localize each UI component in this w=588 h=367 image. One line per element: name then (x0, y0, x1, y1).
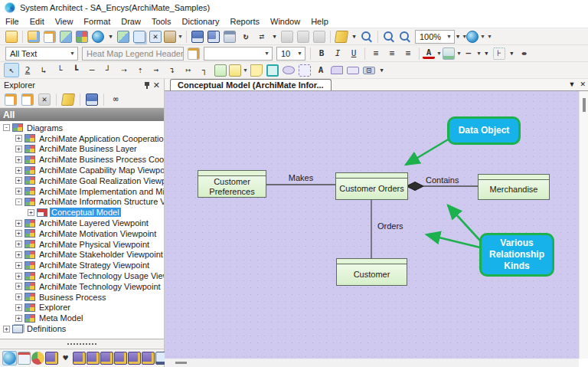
chart-view-button[interactable] (31, 352, 44, 365)
expand-toggle-icon[interactable]: + (15, 293, 22, 300)
update-links-button[interactable] (60, 92, 76, 106)
zoom-in-button[interactable] (381, 29, 397, 44)
bold-button[interactable]: B (314, 46, 329, 61)
callout-various-relationship-kinds[interactable]: Various Relationship Kinds (479, 233, 554, 277)
arrow-line-tool[interactable]: → (149, 63, 164, 77)
align-right-button[interactable]: ≡ (400, 46, 416, 61)
tree-item[interactable]: - Diagrams (0, 123, 164, 133)
share-view-button[interactable]: ♥ (59, 352, 72, 365)
select-tool[interactable]: ↖ (4, 63, 19, 77)
dashed-arrow-tool-1[interactable]: ⇢ (116, 63, 132, 77)
horizontal-scrollbar[interactable] (165, 359, 579, 367)
data-object-arrow[interactable] (406, 139, 449, 165)
note-tool[interactable] (249, 63, 264, 77)
edit-definition-button[interactable] (42, 29, 57, 44)
diagram-canvas[interactable]: Customer Preferences Customer Orders Mer… (165, 91, 579, 359)
tree-item[interactable]: + ArchiMate Layered Viewpoint (0, 218, 164, 228)
tree-item[interactable]: + ArchiMate Capability Map Viewpoint (0, 165, 164, 175)
copy-button[interactable] (296, 29, 311, 44)
paste-button[interactable] (312, 29, 327, 44)
expand-toggle-icon[interactable]: + (15, 220, 22, 227)
orders-edge-label[interactable]: Orders (377, 221, 403, 231)
open-diagram-button[interactable] (4, 29, 19, 44)
text-scope-combo[interactable]: All Text ▼ (5, 47, 78, 61)
relationship-arrow-2[interactable] (426, 234, 480, 247)
plain-rect-tool[interactable] (345, 63, 361, 77)
font-color-button[interactable]: A▼ (423, 46, 442, 61)
dictionary-view-button[interactable] (114, 352, 127, 365)
elbow-line-tool-1[interactable]: ↳ (36, 63, 51, 77)
expand-toggle-icon[interactable]: + (15, 251, 22, 258)
align-left-button[interactable]: ≡ (368, 46, 384, 61)
reroute-line-tool[interactable]: 2 (20, 63, 35, 77)
user-profile-button[interactable]: ▼ (164, 29, 183, 44)
cut-button[interactable] (279, 29, 295, 44)
expand-toggle-icon[interactable]: + (15, 283, 22, 290)
save-all-button[interactable] (206, 29, 221, 44)
node-customer[interactable]: Customer (336, 258, 407, 286)
rect-green-tool[interactable] (213, 63, 228, 77)
toolbar-overflow-button[interactable]: ▾ (350, 29, 358, 44)
browse-button[interactable]: ∞ (108, 92, 123, 106)
node-customer-preferences[interactable]: Customer Preferences (198, 170, 266, 198)
close-icon[interactable]: ✕ (153, 80, 160, 90)
dictionary-view-button[interactable] (87, 352, 100, 365)
step-line-tool[interactable]: ┐ (197, 63, 212, 77)
vertical-scrollbar[interactable] (579, 91, 588, 359)
text-tool[interactable]: A (313, 63, 328, 77)
expand-toggle-icon[interactable]: + (15, 177, 22, 184)
tree-item[interactable]: + ArchiMate Physical Viewpoint (0, 239, 164, 250)
line-style-button[interactable]: —▼ (462, 46, 482, 61)
distribute-button[interactable]: ⊦ (492, 46, 507, 61)
menu-item[interactable]: Edit (24, 16, 50, 27)
menu-item[interactable]: Draw (116, 16, 146, 27)
toolbar-overflow-button[interactable]: ▾ (270, 29, 279, 44)
window-view-button[interactable] (18, 352, 31, 365)
font-size-combo[interactable]: 10 ▼ (276, 47, 305, 61)
tree-item[interactable]: + ArchiMate Business Layer (0, 144, 164, 155)
dictionary-view-button[interactable] (73, 352, 86, 365)
delete-diagram-button[interactable]: ✕ (148, 29, 163, 44)
menu-item[interactable]: Format (78, 16, 116, 27)
horizontal-scroll-thumb[interactable] (175, 362, 187, 364)
menu-item[interactable]: Dictionary (177, 16, 225, 27)
tree-item[interactable]: + ArchiMate Implementation and Migration… (0, 186, 164, 197)
tree-item[interactable]: + Meta Model (0, 313, 164, 323)
straight-line-tool[interactable]: ─ (84, 63, 100, 77)
style-pen-button[interactable] (186, 46, 201, 61)
corner-line-tool[interactable]: ┘ (100, 63, 116, 77)
expand-toggle-icon[interactable]: + (28, 209, 34, 216)
expand-toggle-icon[interactable]: - (15, 198, 22, 205)
toolbar-overflow-button[interactable]: ▾ (482, 46, 491, 61)
pin-icon[interactable] (144, 81, 150, 89)
menu-item[interactable]: Window (265, 16, 305, 27)
tree-item[interactable]: + ArchiMate Stakeholder Viewpoint (0, 250, 164, 261)
menu-item[interactable]: Tools (146, 16, 177, 27)
expand-toggle-icon[interactable]: + (15, 315, 22, 322)
rect-yellow-tool[interactable]: ▼ (229, 63, 248, 77)
close-tab-icon[interactable]: ✕ (580, 80, 586, 88)
expand-toggle-icon[interactable]: + (15, 241, 22, 247)
tab-list-icon[interactable]: ▼ (569, 80, 576, 88)
rect-teal-tool[interactable] (265, 63, 280, 77)
makes-edge-label[interactable]: Makes (284, 173, 318, 182)
node-merchandise[interactable]: Merchandise (478, 174, 550, 200)
expand-toggle-icon[interactable]: - (3, 124, 10, 131)
link-button[interactable]: ⇄ (254, 29, 270, 44)
new-diagram-button[interactable] (58, 29, 74, 44)
tree-item[interactable]: + ArchiMate Strategy Viewpoint (0, 260, 164, 270)
panel-splitter[interactable] (0, 339, 164, 349)
menu-item[interactable]: View (50, 16, 79, 27)
style-combo[interactable]: Heat Map Legend Header ▼ (82, 47, 184, 61)
expand-toggle-icon[interactable]: + (15, 273, 22, 280)
tree-item[interactable]: + ArchiMate Technology Viewpoint (0, 281, 164, 292)
explorer-browser-button[interactable] (90, 29, 106, 44)
print-button[interactable] (222, 29, 237, 44)
insert-diagram-button[interactable] (116, 29, 131, 44)
elbow-line-tool-3[interactable]: ┗ (68, 63, 83, 77)
toolbar-overflow-button[interactable]: ▾▼ (457, 29, 466, 44)
end-arrow-tool[interactable]: ↦ (181, 63, 196, 77)
new-definition-button[interactable] (26, 29, 41, 44)
show-diagram-button[interactable] (84, 92, 100, 106)
tree-item[interactable]: + ArchiMate Application Cooperation View… (0, 133, 164, 144)
